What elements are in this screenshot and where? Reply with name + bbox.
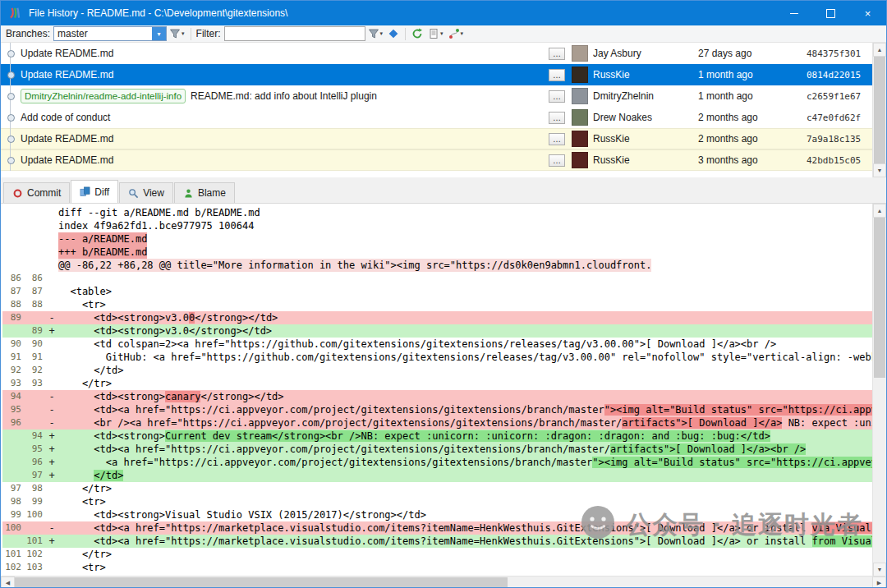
old-line-number	[2, 246, 24, 259]
old-line-number: 87	[2, 285, 24, 298]
commit-row[interactable]: Update README.md…RussKie1 month ago0814d…	[1, 64, 872, 85]
branch-combobox[interactable]: master ▾	[53, 26, 167, 41]
chevron-down-icon[interactable]: ▾	[152, 27, 166, 40]
diff-text: <td><a href="https://marketplace.visuals…	[58, 535, 886, 548]
script-button[interactable]: ▾	[425, 26, 446, 41]
tab-diff[interactable]: Diff	[71, 180, 118, 203]
commit-row[interactable]: DmitryZhelnin/readme-add-intellij-infoRE…	[1, 85, 872, 107]
horizontal-scrollbar[interactable]: ◀ ▶	[1, 576, 886, 588]
old-line-number: 91	[2, 351, 24, 364]
commit-message-text: Add code of conduct	[21, 112, 110, 123]
diff-line: 8686	[2, 272, 886, 285]
scroll-down-icon[interactable]: ▼	[873, 563, 886, 576]
commit-author: DmitryZhelnin	[593, 90, 698, 102]
diff-line: 8787 <table>	[2, 285, 886, 298]
scroll-up-icon[interactable]: ▲	[873, 204, 886, 218]
diff-line: 9292 </td>	[2, 364, 886, 377]
tab-view[interactable]: View	[119, 182, 173, 203]
diff-text: <td><strong>v3.0</strong></td>	[58, 324, 272, 338]
diff-sign	[45, 561, 58, 574]
navigate-button[interactable]	[385, 26, 402, 41]
scrollbar-thumb[interactable]	[874, 218, 885, 378]
commit-row[interactable]: Update README.md…Jay Asbury27 days ago48…	[1, 43, 872, 64]
commit-more-button[interactable]: …	[549, 154, 565, 167]
filter-input[interactable]	[224, 26, 365, 41]
commit-more-button[interactable]: …	[549, 133, 565, 145]
scroll-down-icon[interactable]: ▼	[873, 163, 886, 177]
diff-sign	[45, 272, 58, 285]
commit-list-scrollbar[interactable]: ▲ ▼	[872, 43, 886, 177]
diff-text: </td>	[58, 469, 123, 482]
chevron-down-icon: ▾	[182, 30, 185, 37]
refresh-icon	[411, 28, 423, 39]
diff-text: +++ b/README.md	[58, 246, 147, 259]
diff-line: 9798 </tr>	[2, 482, 886, 495]
diff-sign	[45, 259, 58, 272]
old-line-number: 96	[2, 416, 24, 430]
old-line-number: 99	[2, 508, 24, 521]
old-line-number: 92	[2, 364, 24, 377]
new-line-number: 101	[24, 535, 45, 548]
diff-text: <tr>	[58, 298, 106, 311]
commit-dot-icon	[7, 71, 15, 79]
avatar	[572, 45, 588, 62]
scrollbar-thumb[interactable]	[874, 57, 885, 163]
diff-sign: -	[45, 403, 58, 416]
diff-icon	[80, 186, 90, 197]
commit-more-button[interactable]: …	[549, 90, 565, 103]
new-line-number	[24, 219, 45, 232]
diff-text: GitHub: <a href="https://github.com/gite…	[58, 351, 886, 364]
diff-line: 101102 </tr>	[2, 548, 886, 561]
branch-graph-button[interactable]: ▾	[446, 26, 466, 41]
tab-commit[interactable]: Commit	[3, 182, 70, 203]
old-line-number: 89	[2, 311, 24, 324]
revision-filter-button[interactable]: ▾	[365, 26, 386, 41]
tab-label: Blame	[198, 187, 226, 199]
old-line-number: 100	[2, 521, 24, 535]
tab-blame[interactable]: Blame	[174, 182, 235, 203]
commit-date: 3 months ago	[698, 154, 807, 166]
commit-more-button[interactable]: …	[549, 48, 565, 60]
commit-message-text: Update README.md	[21, 133, 113, 145]
diff-scrollbar[interactable]: ▲ ▼	[872, 204, 886, 576]
diff-line: 9899 <tr>	[2, 495, 886, 508]
diff-sign	[45, 548, 58, 561]
toolbar: Branches: master ▾ ▾ Filter: ▾	[1, 25, 886, 43]
diff-sign	[45, 219, 58, 232]
scroll-left-icon[interactable]: ◀	[1, 577, 15, 588]
avatar	[572, 88, 588, 104]
commit-row[interactable]: Add code of conduct…Drew Noakes2 months …	[1, 107, 872, 128]
old-line-number	[2, 430, 24, 443]
old-line-number	[2, 232, 24, 246]
diff-text: <td><strong>canary</strong></td>	[58, 390, 284, 403]
commit-message: Update README.md	[21, 48, 549, 59]
refresh-button[interactable]	[409, 26, 425, 41]
commit-message: DmitryZhelnin/readme-add-intellij-infoRE…	[21, 89, 549, 103]
minimize-button[interactable]	[775, 1, 812, 25]
maximize-button[interactable]	[812, 1, 849, 25]
diff-text: @@ -86,22 +86,28 @@ title="More informat…	[58, 259, 651, 272]
new-line-number: 90	[24, 338, 45, 351]
diff-line: 9090 <td colspan=2><a href="https://gith…	[2, 338, 886, 351]
commit-more-button[interactable]: …	[549, 112, 565, 124]
new-line-number	[24, 259, 45, 272]
new-line-number: 94	[24, 430, 45, 443]
commit-list-panel: Update README.md…Jay Asbury27 days ago48…	[1, 43, 886, 177]
new-line-number: 88	[24, 298, 45, 311]
new-line-number: 86	[24, 272, 45, 285]
scroll-right-icon[interactable]: ▶	[872, 577, 886, 588]
commit-row[interactable]: Update README.md…RussKie3 months ago42bd…	[1, 149, 872, 171]
tab-label: Diff	[94, 186, 109, 198]
close-button[interactable]: ×	[849, 1, 886, 25]
diff-sign: +	[45, 324, 58, 338]
diff-sign: +	[45, 443, 58, 456]
diff-text: <a href="https://ci.appveyor.com/project…	[58, 456, 886, 469]
commit-row[interactable]: Update README.md…RussKie2 months ago7a9a…	[1, 128, 872, 149]
scrollbar-thumb[interactable]	[15, 577, 508, 588]
scroll-up-icon[interactable]: ▲	[873, 43, 886, 57]
diff-viewer[interactable]: diff --git a/README.md b/README.mdindex …	[1, 203, 886, 576]
commit-more-button[interactable]: …	[549, 69, 565, 81]
new-line-number: 98	[24, 482, 45, 495]
diff-text: --- a/README.md	[58, 232, 147, 246]
branch-filter-button[interactable]: ▾	[167, 26, 187, 41]
